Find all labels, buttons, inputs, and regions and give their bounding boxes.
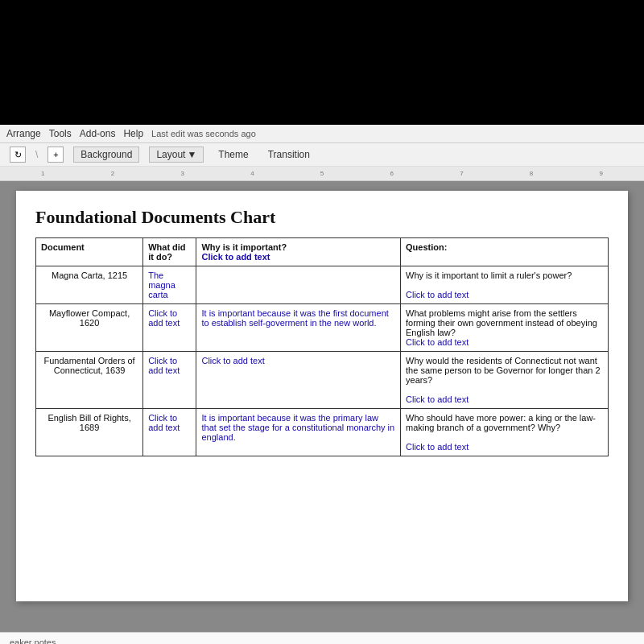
col-header-what: What did it do? <box>143 238 196 266</box>
ruler-tick-9: 9 <box>566 170 636 177</box>
foundational-documents-table: Document What did it do? Why is it impor… <box>35 237 609 456</box>
slash-icon: \ <box>35 149 38 160</box>
question-fundamental-link[interactable]: Click to add text <box>406 394 469 404</box>
slide-title: Foundational Documents Chart <box>35 207 609 228</box>
menu-items: Arrange Tools Add-ons Help <box>6 128 143 139</box>
why-mayflower: It is important because it was the first… <box>196 304 401 352</box>
slide: Foundational Documents Chart Document Wh… <box>16 191 628 601</box>
col-header-why-link[interactable]: Click to add text <box>201 252 270 262</box>
col-header-why: Why is it important? Click to add text <box>196 238 401 266</box>
doc-magna-carta: Magna Carta, 1215 <box>36 266 143 304</box>
question-fundamental: Why would the residents of Connecticut n… <box>401 352 609 409</box>
add-slide-icon[interactable]: + <box>47 147 64 163</box>
layout-button[interactable]: Layout ▼ <box>149 147 204 163</box>
menu-addons[interactable]: Add-ons <box>80 128 116 139</box>
question-english-bor-link[interactable]: Click to add text <box>406 442 469 452</box>
menu-arrange[interactable]: Arrange <box>6 128 41 139</box>
ruler-tick-4: 4 <box>217 170 287 177</box>
chevron-down-icon: ▼ <box>187 149 196 160</box>
question-mayflower: What problems might arise from the settl… <box>401 304 609 352</box>
table-row: Fundamental Orders of Connecticut, 1639 … <box>36 352 609 409</box>
doc-fundamental: Fundamental Orders of Connecticut, 1639 <box>36 352 143 409</box>
what-mayflower[interactable]: Click to add text <box>143 304 196 352</box>
ruler-tick-7: 7 <box>427 170 497 177</box>
ruler-tick-3: 3 <box>147 170 217 177</box>
menu-bar: Arrange Tools Add-ons Help Last edit was… <box>0 125 644 143</box>
speaker-notes-bar: eaker notes <box>0 632 644 644</box>
ruler-tick-5: 5 <box>287 170 357 177</box>
speaker-notes-label: eaker notes <box>10 638 56 644</box>
what-english-bor[interactable]: Click to add text <box>143 409 196 456</box>
table-row: English Bill of Rights, 1689 Click to ad… <box>36 409 609 456</box>
doc-english-bor: English Bill of Rights, 1689 <box>36 409 143 456</box>
why-english-bor: It is important because it was the prima… <box>196 409 401 456</box>
ruler-tick-6: 6 <box>357 170 427 177</box>
col-header-document: Document <box>36 238 143 266</box>
ruler-tick-1: 1 <box>8 170 78 177</box>
last-edit-label: Last edit was seconds ago <box>151 129 256 138</box>
ruler-tick-2: 2 <box>78 170 148 177</box>
table-row: Mayflower Compact, 1620 Click to add tex… <box>36 304 609 352</box>
top-black-bar <box>0 0 644 125</box>
question-english-bor: Who should have more power: a king or th… <box>401 409 609 456</box>
menu-help[interactable]: Help <box>123 128 143 139</box>
question-magna-carta: Why is it important to limit a ruler's p… <box>401 266 609 304</box>
ruler-ticks: 1 2 3 4 5 6 7 8 9 <box>8 170 636 177</box>
undo-icon[interactable]: ↻ <box>10 147 26 163</box>
col-header-question: Question: <box>401 238 609 266</box>
background-button[interactable]: Background <box>73 147 139 163</box>
ruler-tick-8: 8 <box>497 170 567 177</box>
table-row: Magna Carta, 1215 The magna carta Why is… <box>36 266 609 304</box>
why-magna-carta <box>196 266 401 304</box>
table-header-row: Document What did it do? Why is it impor… <box>36 238 609 266</box>
menu-tools[interactable]: Tools <box>49 128 72 139</box>
question-mayflower-link[interactable]: Click to add text <box>406 337 469 347</box>
toolbar2: ↻ \ + Background Layout ▼ Theme Transiti… <box>0 143 644 167</box>
ruler: 1 2 3 4 5 6 7 8 9 <box>0 167 644 181</box>
doc-mayflower: Mayflower Compact, 1620 <box>36 304 143 352</box>
theme-button[interactable]: Theme <box>213 147 253 162</box>
transition-button[interactable]: Transition <box>263 147 315 162</box>
why-fundamental[interactable]: Click to add text <box>196 352 401 409</box>
question-magna-carta-link[interactable]: Click to add text <box>406 290 469 299</box>
what-fundamental[interactable]: Click to add text <box>143 352 196 409</box>
what-magna-carta[interactable]: The magna carta <box>143 266 196 304</box>
slide-area: Foundational Documents Chart Document Wh… <box>0 181 644 632</box>
